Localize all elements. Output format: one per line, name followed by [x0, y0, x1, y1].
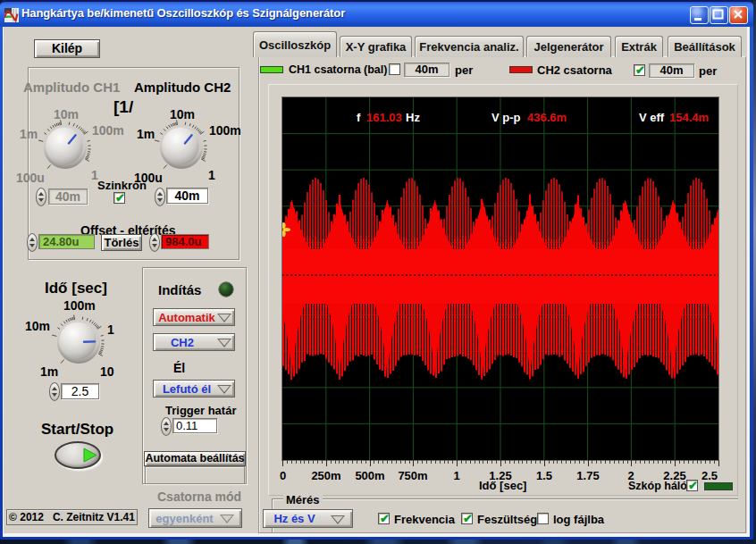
- svg-text:Hz: Hz: [406, 111, 420, 124]
- svg-text:f: f: [357, 111, 361, 124]
- svg-text:161.03: 161.03: [366, 111, 402, 124]
- svg-text:V p-p: V p-p: [491, 111, 521, 124]
- svg-text:V eff: V eff: [639, 111, 665, 124]
- svg-text:436.6m: 436.6m: [527, 111, 567, 124]
- svg-text:154.4m: 154.4m: [669, 111, 709, 124]
